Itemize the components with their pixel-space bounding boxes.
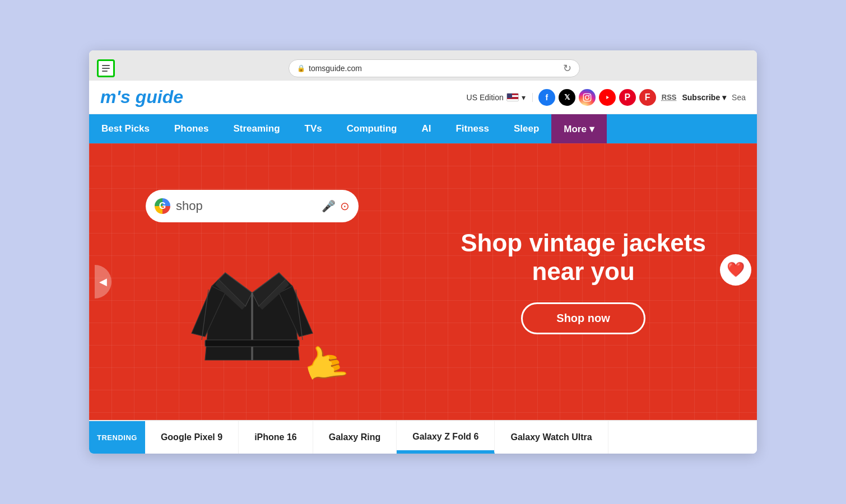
reload-button[interactable]: ↻: [563, 62, 571, 74]
svg-rect-3: [583, 94, 591, 101]
svg-rect-0: [102, 65, 110, 66]
us-flag-icon: [506, 93, 519, 101]
trending-item-galaxy-z-fold-6[interactable]: Galaxy Z Fold 6: [397, 421, 495, 454]
svg-rect-2: [102, 71, 108, 72]
url-text: tomsguide.com: [309, 64, 556, 73]
svg-rect-1: [102, 68, 110, 69]
shop-now-button[interactable]: Shop now: [521, 302, 645, 334]
site-header: m's guide US Edition ▾ f 𝕏 P: [89, 81, 757, 114]
site-logo: m's guide: [100, 87, 183, 108]
svg-marker-6: [606, 96, 609, 99]
facebook-icon[interactable]: f: [538, 89, 555, 106]
edition-label: US Edition: [467, 93, 504, 102]
shop-icons: 🎤 ⊙: [322, 199, 350, 213]
nav-item-ai[interactable]: AI: [409, 114, 443, 143]
nav-bar: Best Picks Phones Streaming TVs Computin…: [89, 114, 757, 143]
nav-item-streaming[interactable]: Streaming: [221, 114, 292, 143]
trending-item-galaxy-ring[interactable]: Galaxy Ring: [313, 421, 397, 454]
google-g-logo: G: [155, 198, 170, 214]
hero-right: Shop vintage jacketsnear you Shop now ❤️: [410, 143, 757, 420]
twitter-icon[interactable]: 𝕏: [559, 89, 575, 106]
shop-text: shop: [176, 199, 316, 213]
tab-icon[interactable]: [97, 59, 115, 77]
nav-item-best-picks[interactable]: Best Picks: [89, 114, 162, 143]
trending-item-iphone-16[interactable]: iPhone 16: [239, 421, 313, 454]
address-bar[interactable]: 🔒 tomsguide.com ↻: [289, 59, 580, 77]
website: m's guide US Edition ▾ f 𝕏 P: [89, 81, 757, 454]
svg-point-4: [585, 95, 589, 99]
nav-item-sleep[interactable]: Sleep: [501, 114, 551, 143]
trending-item-google-pixel-9[interactable]: Google Pixel 9: [145, 421, 239, 454]
nav-item-tvs[interactable]: TVs: [292, 114, 334, 143]
instagram-icon[interactable]: [579, 89, 596, 106]
header-right: US Edition ▾ f 𝕏 P F RSS: [467, 89, 746, 106]
pinterest-icon[interactable]: P: [619, 89, 636, 106]
svg-rect-8: [205, 340, 299, 347]
nav-item-computing[interactable]: Computing: [334, 114, 410, 143]
camera-search-icon[interactable]: ⊙: [340, 199, 350, 213]
trending-item-galaxy-watch-ultra[interactable]: Galaxy Watch Ultra: [495, 421, 608, 454]
browser-window: 🔒 tomsguide.com ↻ m's guide US Edition ▾…: [89, 50, 757, 454]
trending-bar: TRENDING Google Pixel 9 iPhone 16 Galaxy…: [89, 420, 757, 454]
subscribe-button[interactable]: Subscribe ▾: [682, 93, 726, 102]
jacket-container: 🤙: [174, 234, 331, 379]
browser-chrome: 🔒 tomsguide.com ↻: [89, 50, 757, 81]
svg-point-5: [588, 95, 589, 96]
edition-selector[interactable]: US Edition ▾: [467, 93, 533, 102]
address-bar-wrap: 🔒 tomsguide.com ↻: [119, 59, 749, 77]
microphone-icon[interactable]: 🎤: [322, 199, 336, 213]
flipboard-icon[interactable]: F: [639, 89, 656, 106]
nav-item-fitness[interactable]: Fitness: [443, 114, 501, 143]
nav-item-more[interactable]: More ▾: [551, 114, 606, 143]
youtube-icon[interactable]: [599, 89, 616, 106]
google-shop-bar[interactable]: G shop 🎤 ⊙: [146, 190, 359, 222]
trending-label: TRENDING: [89, 421, 145, 454]
rss-label[interactable]: RSS: [662, 93, 677, 101]
browser-toolbar: 🔒 tomsguide.com ↻: [97, 56, 749, 81]
hero-banner: ◀ G shop 🎤 ⊙: [89, 143, 757, 420]
nav-item-phones[interactable]: Phones: [162, 114, 221, 143]
heart-bubble: ❤️: [720, 254, 751, 286]
lock-icon: 🔒: [297, 64, 305, 72]
edition-chevron: ▾: [522, 93, 526, 102]
search-label[interactable]: Sea: [732, 93, 746, 102]
social-icons: f 𝕏 P F: [538, 89, 656, 106]
hero-headline: Shop vintage jacketsnear you: [432, 229, 735, 286]
trending-items: Google Pixel 9 iPhone 16 Galaxy Ring Gal…: [145, 421, 757, 454]
hero-left: G shop 🎤 ⊙: [89, 143, 410, 420]
